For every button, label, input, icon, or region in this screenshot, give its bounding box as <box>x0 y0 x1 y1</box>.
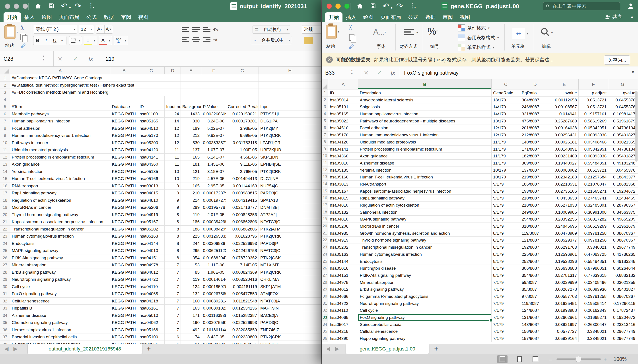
cell[interactable]: 7 <box>165 305 181 312</box>
name-box[interactable]: C28 <box>0 51 54 66</box>
cell[interactable]: 12 <box>165 125 181 132</box>
cell[interactable]: KEGG PATH <box>110 341 138 344</box>
cell[interactable]: 0.49655209 <box>608 216 637 223</box>
cell[interactable] <box>637 194 638 202</box>
cell[interactable]: hsa05166 <box>138 175 165 182</box>
phonetic-caret-icon[interactable]: ▾ <box>123 36 128 45</box>
cell[interactable]: KEGG PATH <box>110 319 138 326</box>
cell[interactable]: 331/8087 <box>520 110 550 118</box>
cell[interactable]: Hippo signaling pathway <box>358 335 492 342</box>
cell[interactable]: Neurotrophin signaling pathway <box>358 300 492 307</box>
cell[interactable]: 0.03921997 <box>550 321 579 328</box>
cell[interactable]: 0.000828256 <box>226 211 259 218</box>
cell[interactable]: Description <box>358 90 492 96</box>
cell[interactable]: hsa01100 <box>138 110 165 118</box>
cell[interactable]: Kaposi sarcoma-associated herpesvirus in… <box>358 188 492 195</box>
close-button[interactable] <box>327 4 332 9</box>
home-icon[interactable] <box>33 2 43 11</box>
cell[interactable] <box>138 82 165 89</box>
cell[interactable]: 0.015282387 <box>226 312 259 319</box>
cell[interactable] <box>201 74 226 82</box>
cell[interactable]: hsa05165 <box>328 110 358 118</box>
home-icon[interactable] <box>355 2 365 11</box>
cell[interactable]: 0.000802814 <box>201 298 226 305</box>
cell[interactable]: 0.00557703 <box>550 293 579 300</box>
cell[interactable]: hsa04010 <box>328 216 358 223</box>
cell[interactable]: 0.00112658 <box>550 96 579 104</box>
font-size-select[interactable]: 12▾ <box>79 25 94 34</box>
cell[interactable]: EPHB4|SE <box>259 161 321 168</box>
cell[interactable]: 0.003266609 <box>201 110 226 118</box>
cell[interactable]: hsa04360 <box>328 152 358 160</box>
cell[interactable] <box>637 174 638 181</box>
cell[interactable]: hsa04120 <box>138 146 165 154</box>
cell[interactable] <box>138 96 165 104</box>
cell[interactable]: 9 <box>165 190 181 197</box>
cell[interactable]: hsa05016 <box>328 265 358 272</box>
row-number[interactable]: 7 <box>0 118 10 125</box>
cell[interactable]: 0.02342183 <box>550 174 579 181</box>
row-number[interactable]: 30 <box>322 293 328 300</box>
cell[interactable]: ATP2A2| <box>259 211 321 218</box>
sheet-tab[interactable]: output_identify_20210319165948 <box>28 344 142 354</box>
row-number[interactable]: 30 <box>0 283 10 290</box>
cell[interactable]: 0.000267569 <box>201 290 226 298</box>
cell[interactable]: hsa05010 <box>138 312 165 319</box>
normal-view-icon[interactable] <box>497 355 507 363</box>
cell[interactable]: Yersinia infection <box>358 167 492 174</box>
column-header-B[interactable]: B <box>358 79 492 89</box>
font-color-caret-icon[interactable]: ▾ <box>107 36 112 45</box>
cell[interactable]: 0.17872437 <box>608 307 637 314</box>
sheet-nav-arrows[interactable]: ◀▶ <box>5 346 22 352</box>
cell[interactable]: 0.47083725 <box>579 251 608 258</box>
cell[interactable]: Rap1 signaling pathway <box>10 190 110 197</box>
cell[interactable] <box>637 265 638 272</box>
cell[interactable]: 3.98E-05 <box>226 125 259 132</box>
cell[interactable] <box>637 307 638 314</box>
cell[interactable]: 7/179 <box>492 321 520 328</box>
cell[interactable]: 0.55484851 <box>579 160 608 167</box>
cell[interactable]: 299 <box>181 204 201 211</box>
row-number[interactable]: 5 <box>322 118 328 125</box>
font-name-select[interactable]: 等线 (正文)▾ <box>34 25 77 34</box>
align-center-icon[interactable] <box>192 37 200 42</box>
cell[interactable]: 0.000384295 <box>201 218 226 226</box>
ribbon-tab-绘图[interactable]: 绘图 <box>38 12 55 22</box>
cell[interactable]: hsa05022 <box>328 118 358 125</box>
cell[interactable]: 0.0455376 <box>608 96 637 104</box>
cell[interactable]: 0.002075561 <box>201 319 226 326</box>
row-number[interactable]: 12 <box>322 167 328 174</box>
cell[interactable]: MAPK signaling pathway <box>358 216 492 223</box>
cell[interactable]: hsa04141 <box>328 146 358 153</box>
cell[interactable]: hsa05163 <box>328 251 358 258</box>
cell[interactable]: 1.00E-05 <box>226 146 259 154</box>
cell[interactable]: 85/8087 <box>520 286 550 293</box>
cell[interactable]: 0.001265332 <box>201 233 226 240</box>
cell[interactable]: 0.002233803 <box>226 334 259 341</box>
cell[interactable] <box>637 223 638 230</box>
sheet-tab[interactable]: gene.KEGG_p.adjust1.00 <box>346 344 429 354</box>
cell[interactable]: Human papillomavirus infection <box>358 110 492 118</box>
row-number[interactable]: 17 <box>322 202 328 209</box>
cell[interactable]: 171 <box>181 312 201 319</box>
cell[interactable] <box>259 89 321 96</box>
cell[interactable]: 0.21665271 <box>579 314 608 321</box>
cell[interactable]: Growth hormone synthesis, secretion and … <box>358 230 492 237</box>
cell[interactable]: 2.01E-05 <box>201 211 226 218</box>
cell[interactable]: 0.49183248 <box>608 160 637 167</box>
cell[interactable]: 210/8087 <box>520 194 550 202</box>
cell[interactable]: Herpes simplex virus 1 infection <box>10 326 110 334</box>
paste-caret-icon[interactable]: ▾ <box>17 30 18 34</box>
cell[interactable]: hsa05167 <box>138 218 165 226</box>
cell[interactable]: p.adjust <box>579 90 608 96</box>
cell[interactable]: KEGG PATH <box>110 168 138 175</box>
cell[interactable]: 0.25287689 <box>550 118 579 125</box>
cell[interactable]: 0.29677749 <box>608 335 637 342</box>
cell[interactable]: PTK2|MY <box>259 125 321 132</box>
row-number[interactable]: 36 <box>0 326 10 334</box>
cell[interactable]: PI3K-Akt signaling pathway <box>358 272 492 279</box>
cell[interactable]: 9 <box>165 204 181 211</box>
cell[interactable] <box>637 286 638 293</box>
cell[interactable]: Ubiquitin mediated proteolysis <box>10 146 110 154</box>
cell[interactable]: hsa05131 <box>328 104 358 110</box>
